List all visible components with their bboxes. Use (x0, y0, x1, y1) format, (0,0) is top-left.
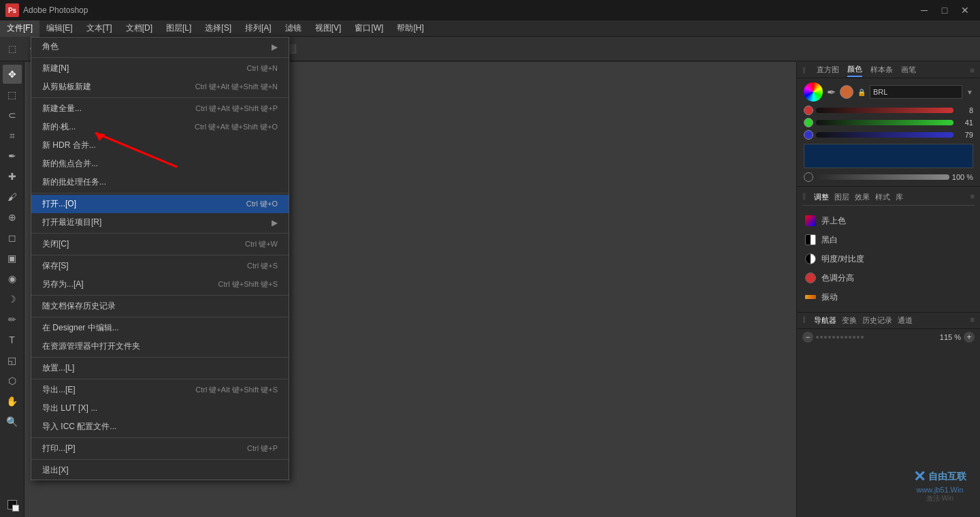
tab-brush[interactable]: 画笔 (901, 63, 916, 76)
panel-menu-icon[interactable]: ≡ (970, 66, 975, 74)
tool-blur[interactable]: ◉ (3, 269, 22, 288)
zoom-minus-button[interactable]: − (802, 332, 813, 343)
menu-new-hdr[interactable]: 新 HDR 合并... (31, 136, 289, 155)
menu-layer[interactable]: 图层[L] (159, 20, 198, 37)
minimize-button[interactable]: ─ (915, 3, 934, 17)
menu-open-recent[interactable]: 打开最近项目[R] ▶ (31, 213, 289, 232)
menu-import-icc[interactable]: 导入 ICC 配置文件... (31, 418, 289, 436)
menu-open-folder[interactable]: 在资源管理器中打开文件夹 (31, 337, 289, 356)
menu-document[interactable]: 文档[D] (119, 20, 159, 37)
hex-input[interactable] (870, 85, 962, 99)
close-button[interactable]: ✕ (956, 3, 975, 17)
adj-color-split-label: 色调分高 (821, 272, 854, 284)
menu-export[interactable]: 导出...[E] Ctrl 键+Alt 键+Shift 键+S (31, 381, 289, 399)
menu-view[interactable]: 视图[V] (308, 20, 348, 37)
tool-gradient[interactable]: ▣ (3, 249, 22, 268)
menu-new-focus[interactable]: 新的焦点合并... (31, 155, 289, 173)
adj-tab-layers[interactable]: 图层 (834, 192, 849, 202)
tool-heal[interactable]: ✚ (3, 167, 22, 186)
adj-color-split[interactable]: 色调分高 (802, 268, 975, 287)
color-g-row: 41 (804, 118, 973, 127)
adj-colorize[interactable]: 弄上色 (802, 211, 975, 230)
menu-quit[interactable]: 退出[X] (31, 461, 289, 480)
slider-b[interactable] (816, 132, 953, 138)
adj-brightness[interactable]: 明度/对比度 (802, 249, 975, 268)
menu-edit[interactable]: 编辑[E] (39, 20, 80, 37)
tab-histogram[interactable]: 直方图 (817, 63, 839, 76)
adj-menu-icon[interactable]: ≡ (970, 192, 975, 202)
menu-from-clipboard[interactable]: 从剪贴板新建 Ctrl 键+Alt 键+Shift 键+N (31, 78, 289, 96)
adj-colorize-label: 弄上色 (821, 215, 846, 227)
zoom-plus-button[interactable]: + (964, 332, 975, 343)
slider-g[interactable] (816, 120, 953, 125)
color-dot[interactable] (840, 85, 853, 99)
nav-menu-icon[interactable]: ≡ (970, 315, 975, 326)
menu-save[interactable]: 保存[S] Ctrl 键+S (31, 257, 289, 275)
menu-place[interactable]: 放置...[L] (31, 359, 289, 377)
tool-eyedropper[interactable]: ✒ (3, 146, 22, 166)
tab-swatches[interactable]: 样本条 (870, 63, 893, 76)
menu-open[interactable]: 打开...[O] Ctrl 键+O (31, 195, 289, 213)
tool-pen[interactable]: ✏ (3, 310, 22, 329)
menu-new-all[interactable]: 新建全量... Ctrl 键+Alt 键+Shift 键+P (31, 99, 289, 118)
tool-brush[interactable]: 🖌 (3, 187, 22, 206)
eyedropper-icon[interactable]: ✒ (827, 86, 836, 99)
menu-close[interactable]: 关闭[C] Ctrl 键+W (31, 235, 289, 253)
menu-file[interactable]: 文件[F] (0, 20, 39, 37)
tool-crop[interactable]: ⌗ (3, 126, 22, 145)
menu-save-as[interactable]: 另存为...[A] Ctrl 键+Shift 键+S (31, 275, 289, 294)
menu-arrange[interactable]: 排列[A] (238, 20, 278, 37)
tool-select[interactable]: ⬚ (3, 85, 22, 104)
menu-div-6 (31, 317, 289, 317)
opacity-slider[interactable] (816, 174, 949, 180)
tool-eraser[interactable]: ◻ (3, 228, 22, 247)
menu-print[interactable]: 打印...[P] Ctrl 键+P (31, 439, 289, 458)
menu-new[interactable]: 新建[N] Ctrl 键+N (31, 59, 289, 78)
opacity-value: 100 % (952, 173, 973, 181)
tool-path[interactable]: ◱ (3, 351, 22, 370)
hex-dropdown-icon[interactable]: ▼ (966, 89, 973, 96)
nav-tab-transform[interactable]: 变换 (842, 315, 857, 326)
menu-select[interactable]: 选择[S] (198, 20, 238, 37)
tool-hand[interactable]: ✋ (3, 392, 22, 411)
brightness-icon (804, 252, 817, 266)
tool-move[interactable]: ✥ (3, 65, 22, 84)
adj-bw[interactable]: 黑白 (802, 230, 975, 249)
adj-tab-styles[interactable]: 样式 (875, 192, 890, 202)
tool-dodge[interactable]: ☽ (3, 289, 22, 309)
tool-zoom[interactable]: 🔍 (3, 412, 22, 431)
menu-help[interactable]: 帮助[H] (390, 20, 430, 37)
titlebar-left: Ps Adobe Photoshop (5, 3, 88, 17)
tab-color[interactable]: 颜色 (847, 63, 862, 77)
tool-shape[interactable]: ⬡ (3, 371, 22, 390)
tool-fg-bg[interactable] (3, 495, 22, 514)
adj-tab-library[interactable]: 库 (896, 192, 903, 202)
menu-text[interactable]: 文本[T] (80, 20, 119, 37)
menu-save-history[interactable]: 随文档保存历史记录 (31, 297, 289, 315)
menu-filter[interactable]: 滤镜 (278, 20, 308, 37)
adj-vibration[interactable]: 振动 (802, 287, 975, 307)
toolbar-btn-1[interactable]: ⬚ (3, 40, 22, 59)
maximize-button[interactable]: □ (935, 3, 954, 17)
menu-export-lut[interactable]: 导出 LUT [X] ... (31, 399, 289, 418)
menu-in-designer[interactable]: 在 Designer 中编辑... (31, 319, 289, 337)
tool-type[interactable]: T (3, 330, 22, 349)
menu-new-batch[interactable]: 新的批处理任务... (31, 173, 289, 191)
menu-jiaose[interactable]: 角色 ▶ (31, 37, 289, 56)
nav-tab-history[interactable]: 历史记录 (862, 315, 892, 326)
slider-r[interactable] (816, 108, 953, 113)
value-b: 79 (956, 131, 973, 139)
color-wheel-icon[interactable] (804, 82, 823, 101)
adj-tab-adjustments[interactable]: 调整 (814, 192, 829, 202)
adj-brightness-label: 明度/对比度 (821, 253, 864, 265)
adj-tab-effects[interactable]: 效果 (855, 192, 870, 202)
nav-tab-channels[interactable]: 通道 (898, 315, 913, 326)
zoom-dot (832, 336, 835, 339)
left-sidebar: ✥ ⬚ ⊂ ⌗ ✒ ✚ 🖌 ⊕ ◻ ▣ ◉ ☽ ✏ T ◱ ⬡ ✋ 🔍 (0, 62, 24, 517)
menu-window[interactable]: 窗口[W] (348, 20, 390, 37)
menu-new-zhan[interactable]: 新的·栈... Ctrl 键+Alt 键+Shift 键+O (31, 118, 289, 136)
tool-lasso[interactable]: ⊂ (3, 106, 22, 125)
zoom-dot (845, 336, 847, 339)
nav-tab-navigator[interactable]: 导航器 (814, 315, 836, 326)
tool-clone[interactable]: ⊕ (3, 208, 22, 227)
